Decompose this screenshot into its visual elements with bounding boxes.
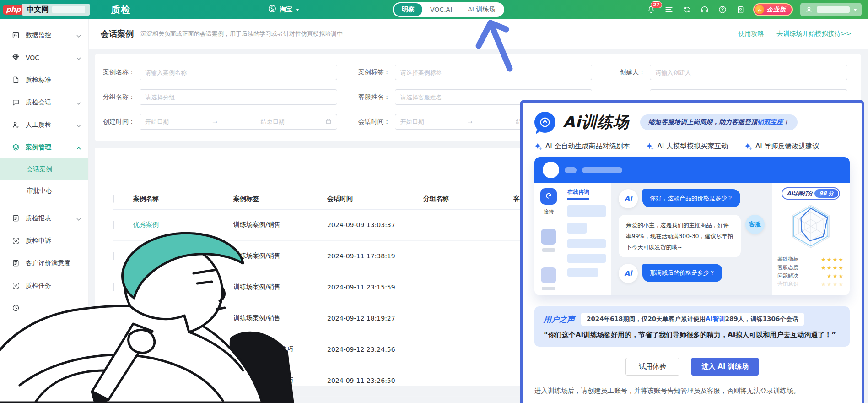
screen: php 中文网 质检 淘宝 明察 VOC.AI AI 训练场 (0, 0, 868, 403)
taobao-icon (268, 5, 276, 15)
chevron-down-icon (76, 54, 81, 61)
demo-conversation-list: 在线咨询 (563, 183, 611, 295)
brand-area: php 中文网 质检 (0, 4, 131, 16)
skeleton-bar (582, 167, 622, 173)
tab-voc-ai[interactable]: VOC.AI (422, 4, 460, 16)
case-name-link[interactable]: 优秀案例 (133, 221, 159, 228)
skeleton-bar (567, 268, 598, 277)
enter-training-button[interactable]: 进入 AI 训练场 (691, 358, 759, 376)
user-quote: “你们这个AI训练场挺好用的，节省了我们导师很多的精力，AI拟人可以和用户去互动… (544, 331, 841, 339)
chat-message-agent: 亲爱的小主，这是我们的主推商品，好评率99%，现在活动满300-30，建议尽早拍… (619, 215, 765, 257)
page-subtitle: 沉淀相关负面或正面的会话案例，用于后续的学习或者针对性仿真模拟培训中 (140, 30, 343, 38)
row-checkbox[interactable] (113, 252, 114, 260)
online-consult-tab: 在线咨询 (567, 188, 589, 200)
col-group-name: 分组名称 (423, 188, 513, 209)
feature-item: AI 大模型模拟买家互动 (646, 142, 728, 151)
watermark-site: 中文网 (22, 4, 90, 16)
creator-input[interactable] (655, 69, 842, 76)
col-session-time: 会话时间 (327, 188, 423, 209)
sidebar-item-qc-session[interactable]: 质检会话 (0, 91, 88, 114)
sidebar-item-qc-task[interactable]: 质检任务 (0, 274, 88, 297)
tab-ai-training[interactable]: AI 训练场 (460, 3, 503, 16)
ai-avatar: Ai (619, 264, 638, 283)
sidebar-item-data-monitor[interactable]: 数据监控 (0, 24, 88, 46)
channel-selector[interactable]: 淘宝 (268, 0, 299, 19)
user-icon (805, 5, 813, 14)
demo-nav-rail: 接待 (534, 183, 563, 295)
sidebar-item-realtime[interactable] (0, 297, 88, 319)
tab-mingcha[interactable]: 明察 (394, 3, 422, 16)
reception-label: 接待 (544, 208, 554, 215)
chevron-down-icon (76, 32, 81, 39)
row-checkbox[interactable] (113, 314, 114, 322)
feature-item: AI 全自动生成商品对练剧本 (534, 142, 630, 151)
usage-guide-link[interactable]: 使用攻略 (739, 30, 764, 38)
demo-score-panel: Ai导师打分 98 分 基础指标 (772, 183, 850, 295)
sidebar-item-case-management[interactable]: 案例管理 (0, 136, 88, 158)
case-name-link[interactable]: 优秀案例 (133, 314, 159, 321)
sidebar-item-customer-satisfaction[interactable]: 客户评价满意度 (0, 252, 88, 274)
demo-chat-area: Ai 你好，这款产品的价格是多少？ 亲爱的小主，这是我们的主推商品，好评率99%… (611, 183, 772, 295)
select-all-checkbox[interactable] (113, 195, 114, 203)
row-checkbox[interactable] (113, 283, 114, 291)
row-checkbox[interactable] (113, 221, 114, 229)
mentor-score-badge: Ai导师打分 98 分 (782, 187, 840, 200)
skeleton-bar (542, 248, 555, 252)
chat-icon (12, 98, 20, 106)
case-name-link[interactable]: 优秀案例 (133, 283, 159, 290)
case-name-link[interactable]: 优秀案例 (133, 376, 159, 384)
group-select[interactable] (145, 94, 332, 101)
sidebar-subitem-session-cases[interactable]: 会话案例 (0, 158, 88, 180)
menu-icon[interactable] (664, 5, 674, 15)
agent-avatar: 客服 (745, 215, 765, 234)
skeleton-bar (565, 167, 577, 173)
trial-button[interactable]: 试用体验 (625, 358, 679, 376)
guide-doc-icon[interactable] (735, 5, 745, 15)
help-icon[interactable] (717, 5, 728, 15)
chart-icon (12, 31, 20, 39)
chevron-down-icon (76, 215, 81, 222)
demo-titlebar (534, 157, 850, 183)
case-tag-select[interactable] (400, 69, 587, 76)
sidebar-subitem-approval-center[interactable]: 审批中心 (0, 180, 88, 202)
page-title: 会话案例 (101, 28, 134, 39)
row-checkbox[interactable] (113, 376, 114, 385)
sidebar-item-manual-qc[interactable]: 人工质检 (0, 114, 88, 136)
col-case-tag: 案例标签 (233, 188, 327, 209)
user-menu[interactable] (800, 3, 862, 16)
watermark-php-badge: php (3, 5, 24, 15)
product-title: 质检 (111, 4, 131, 16)
edition-badge[interactable]: 企业版 (753, 3, 793, 16)
sidebar-item-qc-report[interactable]: 质检报表 (0, 207, 88, 229)
filter-create-time: 创建时间： 开始日期 → 结束日期 (102, 114, 337, 130)
filter-case-tag: 案例标签： (357, 65, 593, 80)
popup-note: 进入训练场后，请创建员工账号，并将该账号告知管理员及客服，否则将无法登录训练场。 (534, 387, 850, 395)
sidebar-item-qc-appeal[interactable]: 质检申诉 (0, 229, 88, 252)
page-header: 会话案例 沉淀相关负面或正面的会话案例，用于后续的学习或者针对性仿真模拟培训中 … (89, 19, 868, 49)
filter-group-name: 分组名称： (102, 89, 337, 105)
skeleton-bar (542, 287, 555, 290)
rating-row: 营销意识 ★★★★ (777, 281, 844, 288)
headset-icon[interactable] (700, 5, 710, 15)
case-name-link[interactable]: 优秀案例 (133, 345, 159, 353)
notification-bell-icon[interactable]: 27 (646, 5, 656, 15)
frame-icon (12, 282, 20, 289)
rating-row: 客服态度 ★★★★ (777, 264, 844, 271)
topbar-actions: 27 (646, 0, 862, 19)
go-training-link[interactable]: 去训练场开始模拟接待>> (777, 30, 852, 38)
case-name-input[interactable] (145, 69, 332, 76)
create-time-range[interactable]: 开始日期 → 结束日期 (140, 114, 337, 130)
calendar-icon (325, 118, 332, 126)
clock-icon (12, 304, 20, 312)
topbar: php 中文网 质检 淘宝 明察 VOC.AI AI 训练场 (0, 0, 868, 19)
sparkle-icon (534, 142, 543, 151)
sync-icon[interactable] (682, 5, 692, 15)
chevron-down-icon (76, 121, 81, 129)
row-checkbox[interactable] (113, 345, 114, 354)
score-value: 98 分 (814, 189, 838, 198)
sidebar-item-voc[interactable]: VOC (0, 46, 88, 69)
report-icon (12, 214, 20, 222)
reception-icon (540, 188, 557, 205)
case-name-link[interactable]: 优秀案例 (133, 252, 159, 259)
sidebar-item-qc-standard[interactable]: 质检标准 (0, 69, 88, 91)
